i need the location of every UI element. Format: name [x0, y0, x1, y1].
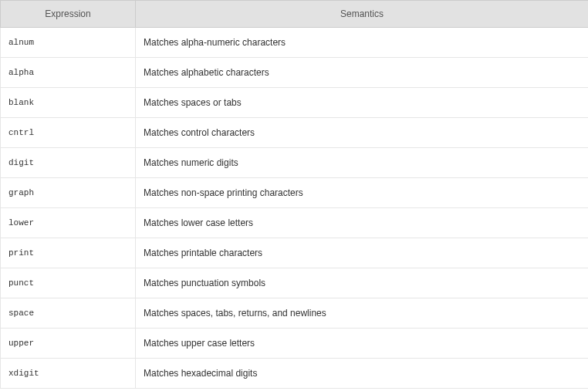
table-row: alpha Matches alphabetic characters: [1, 58, 589, 88]
cell-expression: alpha: [1, 58, 136, 88]
table-row: blank Matches spaces or tabs: [1, 88, 589, 118]
table-row: upper Matches upper case letters: [1, 329, 589, 359]
cell-expression: lower: [1, 208, 136, 238]
cell-semantics: Matches hexadecimal digits: [136, 359, 589, 389]
table-row: xdigit Matches hexadecimal digits: [1, 359, 589, 389]
cell-semantics: Matches numeric digits: [136, 148, 589, 178]
table-row: graph Matches non-space printing charact…: [1, 178, 589, 208]
cell-expression: alnum: [1, 28, 136, 58]
cell-expression: graph: [1, 178, 136, 208]
cell-expression: punct: [1, 268, 136, 298]
header-expression: Expression: [1, 1, 136, 28]
cell-expression: print: [1, 238, 136, 268]
cell-expression: cntrl: [1, 118, 136, 148]
cell-semantics: Matches punctuation symbols: [136, 268, 589, 298]
table-header-row: Expression Semantics: [1, 1, 589, 28]
cell-semantics: Matches control characters: [136, 118, 589, 148]
cell-semantics: Matches lower case letters: [136, 208, 589, 238]
table-row: lower Matches lower case letters: [1, 208, 589, 238]
table-row: space Matches spaces, tabs, returns, and…: [1, 298, 589, 329]
cell-expression: xdigit: [1, 359, 136, 389]
cell-semantics: Matches alpha-numeric characters: [136, 28, 589, 58]
table-row: print Matches printable characters: [1, 238, 589, 268]
cell-semantics: Matches printable characters: [136, 238, 589, 268]
cell-semantics: Matches spaces or tabs: [136, 88, 589, 118]
cell-expression: space: [1, 298, 136, 329]
cell-semantics: Matches upper case letters: [136, 329, 589, 359]
cell-expression: blank: [1, 88, 136, 118]
cell-expression: upper: [1, 329, 136, 359]
table-row: digit Matches numeric digits: [1, 148, 589, 178]
posix-class-table: Expression Semantics alnum Matches alpha…: [0, 0, 588, 389]
cell-semantics: Matches spaces, tabs, returns, and newli…: [136, 298, 589, 329]
table-row: punct Matches punctuation symbols: [1, 268, 589, 298]
table-row: alnum Matches alpha-numeric characters: [1, 28, 589, 58]
cell-expression: digit: [1, 148, 136, 178]
cell-semantics: Matches non-space printing characters: [136, 178, 589, 208]
table-row: cntrl Matches control characters: [1, 118, 589, 148]
header-semantics: Semantics: [136, 1, 589, 28]
cell-semantics: Matches alphabetic characters: [136, 58, 589, 88]
